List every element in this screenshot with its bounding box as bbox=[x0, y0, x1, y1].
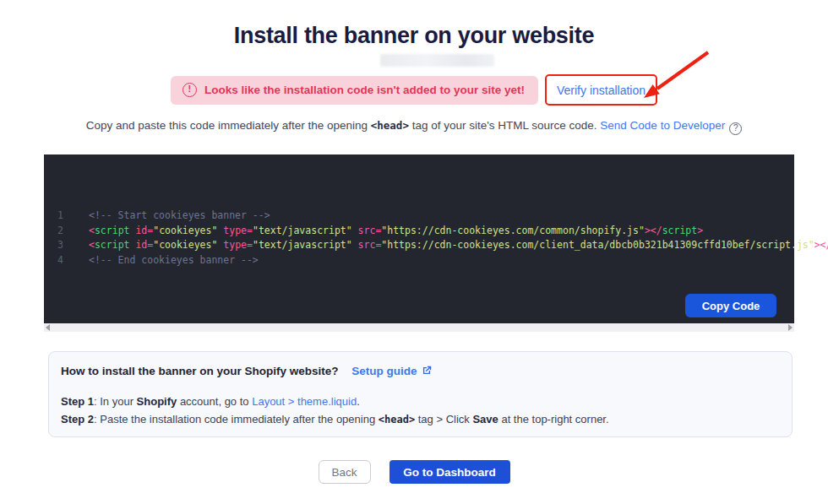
send-code-to-developer-link[interactable]: Send Code to Developer bbox=[600, 119, 725, 132]
guide-steps: Step 1: In your Shopify account, go to L… bbox=[61, 393, 780, 429]
instruction-part2: tag of your site's HTML source code. bbox=[409, 119, 600, 132]
step-1-label: Step 1 bbox=[61, 395, 94, 408]
step-2-part1: : Paste the installation code immediatel… bbox=[94, 413, 379, 425]
shopify-guide-panel: How to install the banner on your Shopif… bbox=[48, 351, 793, 437]
back-button[interactable]: Back bbox=[319, 460, 371, 484]
scrollbar-left-arrow-icon[interactable] bbox=[46, 324, 50, 331]
guide-question: How to install the banner on your Shopif… bbox=[61, 365, 339, 377]
theme-liquid-link[interactable]: Layout > theme.liquid bbox=[252, 395, 357, 408]
step-1-line: Step 1: In your Shopify account, go to L… bbox=[61, 393, 780, 410]
step-1-part2: account, go to bbox=[177, 395, 252, 408]
step-2-label: Step 2 bbox=[61, 413, 94, 425]
verify-installation-link[interactable]: Verify installation bbox=[557, 84, 646, 97]
code-line: 1<!-- Start cookieyes banner --> bbox=[44, 209, 794, 224]
warning-text: Looks like the installation code isn't a… bbox=[204, 84, 525, 96]
step-2-line: Step 2: Paste the installation code imme… bbox=[61, 410, 780, 429]
footer-actions: Back Go to Dashboard bbox=[0, 460, 828, 484]
head-tag-text: <head> bbox=[371, 119, 409, 132]
go-to-dashboard-button[interactable]: Go to Dashboard bbox=[389, 460, 510, 484]
step-2-save: Save bbox=[472, 413, 498, 425]
code-lines: 1<!-- Start cookieyes banner -->2<script… bbox=[44, 209, 794, 268]
guide-question-row: How to install the banner on your Shopif… bbox=[61, 365, 780, 379]
install-banner-page: Install the banner on your website ! Loo… bbox=[0, 0, 828, 504]
copy-code-button[interactable]: Copy Code bbox=[685, 294, 776, 317]
instruction-line: Copy and paste this code immediately aft… bbox=[0, 119, 828, 135]
horizontal-scrollbar[interactable] bbox=[44, 323, 794, 332]
help-circle-icon[interactable]: ? bbox=[729, 122, 742, 135]
instruction-part1: Copy and paste this code immediately aft… bbox=[86, 119, 371, 132]
verify-annotation-box: Verify installation bbox=[545, 74, 657, 106]
scrollbar-right-arrow-icon[interactable] bbox=[788, 324, 793, 331]
step-2-part2: tag > Click bbox=[415, 413, 472, 425]
warning-banner: ! Looks like the installation code isn't… bbox=[171, 76, 538, 105]
external-link-icon[interactable] bbox=[421, 365, 433, 379]
step-1-part3: . bbox=[357, 395, 360, 408]
code-line: 2<script id="cookieyes" type="text/javas… bbox=[44, 224, 794, 239]
step-2-head-tag: <head> bbox=[379, 414, 415, 425]
redacted-subtitle bbox=[380, 54, 494, 67]
installation-code-block: 1<!-- Start cookieyes banner -->2<script… bbox=[44, 154, 794, 323]
code-line: 4<!-- End cookieyes banner --> bbox=[44, 253, 794, 268]
step-1-part1: : In your bbox=[94, 395, 137, 408]
setup-guide-link[interactable]: Setup guide bbox=[351, 365, 417, 377]
code-line: 3<script id="cookieyes" type="text/javas… bbox=[44, 238, 794, 253]
warning-row: ! Looks like the installation code isn't… bbox=[0, 74, 828, 106]
alert-circle-icon: ! bbox=[182, 83, 197, 97]
step-1-shopify: Shopify bbox=[137, 395, 177, 408]
step-2-part3: at the top-right corner. bbox=[498, 413, 609, 425]
page-title: Install the banner on your website bbox=[0, 23, 828, 49]
